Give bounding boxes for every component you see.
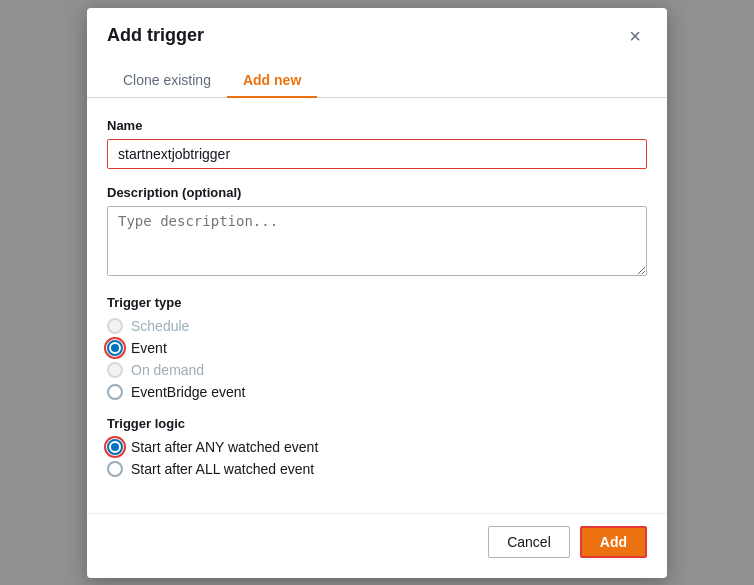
trigger-logic-group: Trigger logic Start after ANY watched ev… <box>107 416 647 477</box>
name-label: Name <box>107 118 647 133</box>
tab-add-new[interactable]: Add new <box>227 64 317 98</box>
radio-event-icon <box>107 340 123 356</box>
description-field-group: Description (optional) <box>107 185 647 279</box>
radio-item-any[interactable]: Start after ANY watched event <box>107 439 647 455</box>
modal-header: Add trigger × <box>87 8 667 48</box>
trigger-type-label: Trigger type <box>107 295 647 310</box>
radio-on-demand-icon <box>107 362 123 378</box>
trigger-type-group: Trigger type Schedule Event <box>107 295 647 400</box>
radio-all-label: Start after ALL watched event <box>131 461 314 477</box>
modal-body: Name Description (optional) Trigger type… <box>87 98 667 513</box>
name-field-group: Name <box>107 118 647 169</box>
radio-any-label: Start after ANY watched event <box>131 439 318 455</box>
trigger-logic-radio-group: Start after ANY watched event Start afte… <box>107 439 647 477</box>
radio-item-schedule: Schedule <box>107 318 647 334</box>
radio-event-label: Event <box>131 340 167 356</box>
add-button[interactable]: Add <box>580 526 647 558</box>
tab-clone-existing[interactable]: Clone existing <box>107 64 227 98</box>
add-trigger-modal: Add trigger × Clone existing Add new Nam… <box>87 8 667 578</box>
radio-schedule-icon <box>107 318 123 334</box>
radio-eventbridge-label: EventBridge event <box>131 384 245 400</box>
radio-item-event[interactable]: Event <box>107 340 647 356</box>
cancel-button[interactable]: Cancel <box>488 526 570 558</box>
modal-footer: Cancel Add <box>87 513 667 578</box>
trigger-logic-label: Trigger logic <box>107 416 647 431</box>
radio-item-eventbridge[interactable]: EventBridge event <box>107 384 647 400</box>
modal-title: Add trigger <box>107 25 204 46</box>
modal-overlay: Add trigger × Clone existing Add new Nam… <box>0 0 754 585</box>
radio-on-demand-label[interactable]: On demand <box>131 362 204 378</box>
close-button[interactable]: × <box>623 24 647 48</box>
tabs-container: Clone existing Add new <box>87 64 667 98</box>
radio-item-on-demand: On demand <box>107 362 647 378</box>
name-input[interactable] <box>107 139 647 169</box>
radio-eventbridge-icon <box>107 384 123 400</box>
radio-any-icon <box>107 439 123 455</box>
description-input[interactable] <box>107 206 647 276</box>
radio-item-all[interactable]: Start after ALL watched event <box>107 461 647 477</box>
description-label: Description (optional) <box>107 185 647 200</box>
radio-all-icon <box>107 461 123 477</box>
radio-schedule-label[interactable]: Schedule <box>131 318 189 334</box>
trigger-type-radio-group: Schedule Event On demand <box>107 318 647 400</box>
